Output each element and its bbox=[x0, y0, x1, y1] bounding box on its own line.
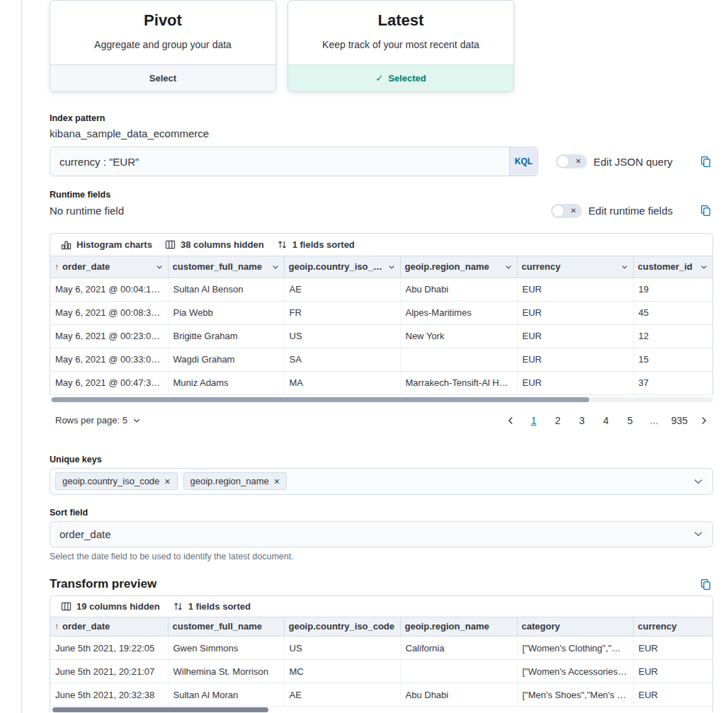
query-input[interactable]: currency : "EUR" KQL bbox=[50, 147, 538, 176]
fields-sorted-button[interactable]: 1 fields sorted bbox=[166, 598, 257, 615]
columns-hidden-button[interactable]: 19 columns hidden bbox=[55, 598, 166, 615]
column-header[interactable]: ↑order_date bbox=[50, 256, 168, 278]
table-cell[interactable]: Gwen Simmons bbox=[168, 637, 284, 660]
table-cell[interactable]: FR bbox=[284, 301, 400, 324]
chevron-down-icon[interactable] bbox=[155, 263, 164, 271]
copy-preview-button[interactable] bbox=[698, 577, 713, 592]
chevron-down-icon[interactable] bbox=[504, 263, 513, 271]
column-header[interactable]: customer_full_name bbox=[168, 617, 284, 637]
table-cell[interactable]: EUR bbox=[517, 371, 633, 394]
latest-card[interactable]: Latest Keep track of your most recent da… bbox=[288, 0, 514, 92]
table-cell[interactable]: 19 bbox=[633, 278, 712, 301]
table-cell[interactable]: May 6, 2021 @ 00:33:07... bbox=[50, 348, 168, 371]
copy-query-button[interactable] bbox=[698, 154, 713, 169]
pagination-page[interactable]: 2 bbox=[550, 411, 567, 430]
column-header[interactable]: customer_full_name bbox=[168, 256, 284, 278]
chevron-down-icon[interactable] bbox=[693, 476, 704, 487]
scrollbar-thumb[interactable] bbox=[52, 397, 589, 402]
table-cell[interactable]: May 6, 2021 @ 00:04:19... bbox=[50, 278, 168, 301]
pagination-page[interactable]: 4 bbox=[598, 411, 615, 430]
table-cell[interactable]: New York bbox=[400, 324, 517, 348]
column-header[interactable]: geoip.country_iso_co... bbox=[284, 256, 400, 278]
table-cell[interactable]: Sultan Al Benson bbox=[168, 278, 284, 301]
table-cell[interactable]: EUR bbox=[517, 324, 633, 348]
table-cell[interactable]: EUR bbox=[517, 301, 633, 324]
column-header[interactable]: geoip.country_iso_code bbox=[284, 617, 400, 637]
column-header[interactable]: geoip.region_name bbox=[400, 256, 517, 278]
edit-json-query-toggle[interactable]: ✕ bbox=[556, 154, 587, 169]
table-cell[interactable]: ["Men's Shoes","Men's Cl... bbox=[517, 683, 633, 707]
pagination-page[interactable]: 935 bbox=[670, 411, 689, 430]
column-header[interactable]: category bbox=[517, 617, 633, 637]
fields-sorted-button[interactable]: 1 fields sorted bbox=[271, 236, 361, 253]
table-cell[interactable]: Marrakech-Tensift-Al Hao... bbox=[400, 371, 517, 394]
chevron-down-icon[interactable] bbox=[700, 263, 708, 271]
unique-keys-combobox[interactable]: geoip.country_iso_code×geoip.region_name… bbox=[50, 468, 713, 495]
table-cell[interactable]: Wagdi Graham bbox=[168, 348, 284, 371]
latest-selected-button[interactable]: ✓ Selected bbox=[288, 64, 513, 91]
table-cell[interactable] bbox=[400, 348, 517, 371]
table-cell[interactable]: Alpes-Maritimes bbox=[400, 301, 517, 324]
chevron-down-icon[interactable] bbox=[620, 263, 629, 271]
table-cell[interactable]: EUR bbox=[517, 278, 633, 301]
column-header[interactable]: currency bbox=[517, 256, 633, 278]
chevron-down-icon[interactable] bbox=[387, 263, 396, 271]
table-cell[interactable]: 37 bbox=[633, 371, 712, 394]
pivot-select-button[interactable]: Select bbox=[50, 64, 275, 91]
columns-hidden-button[interactable]: 38 columns hidden bbox=[159, 236, 271, 253]
sort-field-select[interactable]: order_date bbox=[50, 521, 713, 547]
table-cell[interactable]: EUR bbox=[633, 683, 712, 707]
pagination-page[interactable]: 5 bbox=[622, 411, 639, 430]
edit-runtime-fields-toggle[interactable]: ✕ bbox=[551, 204, 582, 218]
column-header[interactable]: customer_id bbox=[633, 256, 712, 278]
rows-per-page-button[interactable]: Rows per page: 5 bbox=[50, 412, 147, 428]
histogram-charts-button[interactable]: Histogram charts bbox=[55, 236, 159, 253]
remove-key-icon[interactable]: × bbox=[164, 477, 170, 486]
table-cell[interactable]: 45 bbox=[633, 301, 712, 324]
chevron-down-icon[interactable] bbox=[271, 263, 280, 271]
column-header[interactable]: geoip.region_name bbox=[400, 617, 517, 637]
table-cell[interactable]: May 6, 2021 @ 00:47:31... bbox=[50, 371, 168, 394]
table-cell[interactable]: Abu Dhabi bbox=[400, 278, 517, 301]
table-cell[interactable]: MA bbox=[284, 371, 400, 394]
previous-page-button[interactable] bbox=[501, 413, 520, 428]
next-page-button[interactable] bbox=[695, 413, 713, 428]
table-cell[interactable] bbox=[400, 660, 517, 683]
pivot-card[interactable]: Pivot Aggregate and group your data Sele… bbox=[50, 0, 276, 92]
horizontal-scrollbar[interactable] bbox=[50, 707, 712, 712]
table-cell[interactable]: MC bbox=[284, 660, 400, 683]
table-cell[interactable]: AE bbox=[284, 278, 400, 301]
table-cell[interactable]: EUR bbox=[633, 660, 712, 683]
table-cell[interactable]: June 5th 2021, 19:22:05 bbox=[50, 637, 168, 660]
table-cell[interactable]: June 5th 2021, 20:32:38 bbox=[50, 683, 168, 707]
table-cell[interactable]: Wilhemina St. Morrison bbox=[168, 660, 284, 683]
table-cell[interactable]: EUR bbox=[633, 637, 712, 660]
table-cell[interactable]: ["Women's Accessories","... bbox=[517, 660, 633, 683]
horizontal-scrollbar[interactable] bbox=[50, 397, 713, 402]
table-cell[interactable]: AE bbox=[284, 683, 400, 707]
table-cell[interactable]: 12 bbox=[633, 324, 712, 348]
table-cell[interactable]: EUR bbox=[517, 348, 633, 371]
table-cell[interactable]: US bbox=[284, 324, 400, 348]
table-cell[interactable]: 15 bbox=[633, 348, 712, 371]
table-cell[interactable]: Sultan Al Moran bbox=[168, 683, 284, 707]
table-cell[interactable]: Abu Dhabi bbox=[400, 683, 517, 707]
table-cell[interactable]: June 5th 2021, 20:21:07 bbox=[50, 660, 168, 683]
table-cell[interactable]: ["Women's Clothing","Wo... bbox=[517, 637, 633, 660]
copy-runtime-button[interactable] bbox=[698, 203, 713, 218]
scrollbar-thumb[interactable] bbox=[52, 707, 268, 712]
table-cell[interactable]: Pia Webb bbox=[168, 301, 284, 324]
table-cell[interactable]: SA bbox=[284, 348, 400, 371]
pagination-page[interactable]: 1 bbox=[525, 411, 542, 430]
pagination-page[interactable]: 3 bbox=[574, 411, 591, 430]
table-cell[interactable]: May 6, 2021 @ 00:08:38... bbox=[50, 301, 168, 324]
table-cell[interactable]: US bbox=[284, 637, 400, 660]
table-cell[interactable]: California bbox=[400, 637, 517, 660]
column-header[interactable]: ↑order_date bbox=[50, 617, 168, 637]
query-language-button[interactable]: KQL bbox=[509, 147, 538, 176]
remove-key-icon[interactable]: × bbox=[274, 477, 280, 486]
table-cell[interactable]: Muniz Adams bbox=[168, 371, 284, 394]
column-header[interactable]: currency bbox=[633, 617, 712, 637]
table-cell[interactable]: Brigitte Graham bbox=[168, 324, 284, 348]
table-cell[interactable]: May 6, 2021 @ 00:23:02... bbox=[50, 324, 168, 348]
